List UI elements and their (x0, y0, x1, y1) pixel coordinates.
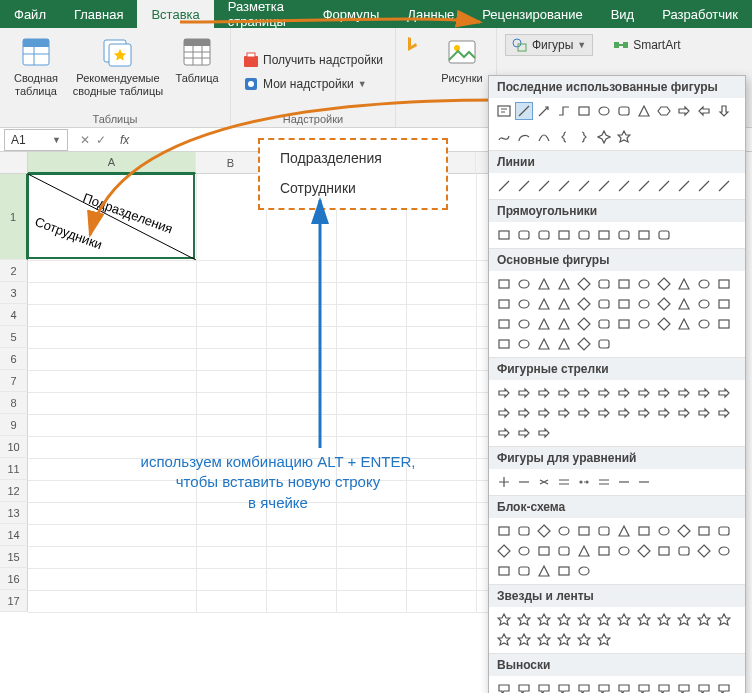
shape-item[interactable] (715, 275, 733, 293)
shape-item[interactable] (695, 384, 713, 402)
row-header[interactable]: 4 (0, 304, 28, 326)
shape-item[interactable] (635, 295, 653, 313)
tab-file[interactable]: Файл (0, 0, 60, 28)
col-header-A[interactable]: A (28, 152, 196, 174)
shape-item[interactable] (535, 315, 553, 333)
shape-item[interactable] (515, 335, 533, 353)
tab-review[interactable]: Рецензирование (468, 0, 596, 28)
shape-item[interactable] (575, 562, 593, 580)
row-header[interactable]: 7 (0, 370, 28, 392)
shape-item[interactable] (495, 542, 513, 560)
shape-item[interactable] (515, 611, 533, 629)
shape-item[interactable] (555, 315, 573, 333)
shape-item[interactable] (615, 473, 633, 491)
shape-item[interactable] (555, 680, 573, 693)
tab-formulas[interactable]: Формулы (309, 0, 394, 28)
shape-item[interactable] (615, 226, 633, 244)
shape-item[interactable] (555, 177, 573, 195)
shape-item[interactable] (595, 226, 613, 244)
shape-item[interactable] (575, 335, 593, 353)
shapes-dropdown-button[interactable]: Фигуры ▼ (505, 34, 593, 56)
shape-item[interactable] (535, 473, 553, 491)
shape-item[interactable] (515, 522, 533, 540)
shape-item[interactable] (575, 315, 593, 333)
shape-item[interactable] (515, 177, 533, 195)
shape-item[interactable] (555, 384, 573, 402)
shape-item[interactable] (655, 404, 673, 422)
shape-item[interactable] (495, 275, 513, 293)
shape-item[interactable] (595, 542, 613, 560)
cancel-icon[interactable]: ✕ (80, 133, 90, 147)
shape-item[interactable] (495, 680, 513, 693)
shape-item[interactable] (635, 522, 653, 540)
pictures-button[interactable]: Рисунки (436, 32, 488, 85)
shape-item[interactable] (535, 404, 553, 422)
shape-item[interactable] (615, 680, 633, 693)
table-button[interactable]: Таблица (172, 32, 222, 85)
shape-item[interactable] (635, 473, 653, 491)
shape-item[interactable] (635, 315, 653, 333)
shape-item[interactable] (495, 522, 513, 540)
shape-item[interactable] (555, 295, 573, 313)
shape-item[interactable] (615, 522, 633, 540)
row-header[interactable]: 2 (0, 260, 28, 282)
shape-item[interactable] (575, 473, 593, 491)
tab-developer[interactable]: Разработчик (648, 0, 752, 28)
shape-item[interactable] (715, 315, 733, 333)
shape-item[interactable] (695, 522, 713, 540)
shape-item[interactable] (635, 384, 653, 402)
shape-item[interactable] (495, 335, 513, 353)
row-header[interactable]: 10 (0, 436, 28, 458)
shape-arc[interactable] (515, 128, 533, 146)
shape-freeform[interactable] (495, 128, 513, 146)
shape-line-arrow[interactable] (535, 102, 553, 120)
shape-item[interactable] (675, 680, 693, 693)
row-header[interactable]: 5 (0, 326, 28, 348)
shape-textbox[interactable] (495, 102, 513, 120)
row-header[interactable]: 15 (0, 546, 28, 568)
shape-item[interactable] (715, 611, 733, 629)
shape-item[interactable] (495, 384, 513, 402)
shape-item[interactable] (595, 522, 613, 540)
tab-insert[interactable]: Вставка (137, 0, 213, 28)
shape-item[interactable] (515, 473, 533, 491)
shape-item[interactable] (635, 226, 653, 244)
shape-item[interactable] (695, 295, 713, 313)
shape-item[interactable] (555, 611, 573, 629)
shape-lbrace[interactable] (555, 128, 573, 146)
shape-item[interactable] (535, 295, 553, 313)
shape-item[interactable] (575, 611, 593, 629)
shape-item[interactable] (655, 295, 673, 313)
shape-connector[interactable] (555, 102, 573, 120)
fx-icon[interactable]: fх (114, 133, 129, 147)
shape-item[interactable] (555, 522, 573, 540)
shape-item[interactable] (515, 631, 533, 649)
shape-item[interactable] (615, 315, 633, 333)
shape-item[interactable] (535, 275, 553, 293)
shape-item[interactable] (615, 384, 633, 402)
shape-item[interactable] (535, 177, 553, 195)
shape-item[interactable] (535, 522, 553, 540)
shape-item[interactable] (515, 542, 533, 560)
shape-item[interactable] (575, 295, 593, 313)
shape-item[interactable] (615, 275, 633, 293)
shape-item[interactable] (715, 177, 733, 195)
shape-item[interactable] (555, 335, 573, 353)
shape-item[interactable] (675, 177, 693, 195)
shape-item[interactable] (515, 424, 533, 442)
shape-item[interactable] (515, 680, 533, 693)
shape-item[interactable] (595, 335, 613, 353)
col-header-B[interactable]: B (196, 152, 266, 174)
shape-item[interactable] (535, 542, 553, 560)
shape-item[interactable] (635, 275, 653, 293)
shape-item[interactable] (575, 384, 593, 402)
shape-item[interactable] (515, 275, 533, 293)
row-header[interactable]: 14 (0, 524, 28, 546)
tab-view[interactable]: Вид (597, 0, 649, 28)
tab-home[interactable]: Главная (60, 0, 137, 28)
shape-item[interactable] (595, 404, 613, 422)
shape-item[interactable] (715, 384, 733, 402)
shape-item[interactable] (695, 611, 713, 629)
shape-item[interactable] (715, 522, 733, 540)
shape-item[interactable] (675, 384, 693, 402)
